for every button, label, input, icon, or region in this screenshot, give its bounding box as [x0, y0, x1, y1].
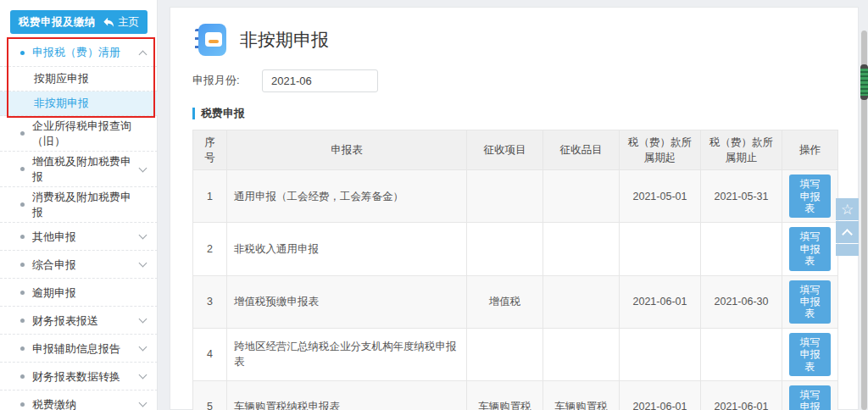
chevron-down-icon — [139, 315, 147, 324]
table-cell-action: 填写申报表 — [782, 328, 838, 380]
table-cell-item: 增值税 — [467, 275, 543, 328]
section-header: 税费申报 — [192, 106, 836, 121]
table-header-cell: 序号 — [193, 130, 227, 170]
sidebar: 税费申报及缴纳 主页 申报税（费）清册按期应申报非按期申报企业所得税申报查询（旧… — [0, 0, 158, 410]
table-cell-item — [467, 223, 543, 275]
table-header-cell: 征收项目 — [467, 130, 543, 170]
table-header-cell: 税（费）款所属期止 — [701, 130, 782, 170]
bullet-icon — [20, 167, 25, 171]
table-cell-end — [701, 223, 782, 275]
table-cell-action: 填写申报表 — [782, 223, 838, 275]
table-header-cell: 申报表 — [227, 130, 467, 170]
bullet-icon — [20, 346, 25, 351]
table-cell-start — [620, 223, 701, 275]
sidebar-item-label: 其他申报 — [32, 230, 76, 245]
month-row: 申报月份: — [192, 69, 836, 92]
sidebar-item-label: 消费税及附加税费申报 — [32, 190, 137, 219]
table-row: 4跨地区经营汇总纳税企业分支机构年度纳税申报表填写申报表 — [193, 328, 838, 380]
table-cell-no: 1 — [193, 170, 227, 223]
sidebar-item[interactable]: 消费税及附加税费申报 — [0, 187, 158, 223]
table-cell-item — [467, 328, 543, 380]
chevron-down-icon — [139, 163, 147, 172]
table-row: 2非税收入通用申报填写申报表 — [193, 223, 838, 275]
table-cell-end: 2021-06-01 — [701, 380, 782, 410]
chevron-down-icon — [139, 371, 147, 380]
star-icon: ☆ — [841, 202, 854, 217]
sidebar-item[interactable]: 申报税（费）清册 — [0, 39, 158, 67]
sidebar-item[interactable]: 逾期申报 — [0, 279, 158, 307]
chevron-down-icon — [139, 399, 147, 407]
table-cell-sub: 车辆购置税 — [543, 380, 620, 410]
sidebar-item[interactable]: 财务报表报送 — [0, 307, 158, 335]
table-head: 序号申报表征收项目征收品目税（费）款所属期起税（费）款所属期止操作 — [193, 130, 838, 170]
sidebar-item[interactable]: 企业所得税申报查询（旧） — [0, 116, 158, 152]
declaration-table: 序号申报表征收项目征收品目税（费）款所属期起税（费）款所属期止操作 1通用申报（… — [192, 130, 838, 410]
bullet-icon — [20, 402, 25, 407]
table-cell-start: 2021-06-01 — [620, 275, 701, 328]
title-row: 非按期申报 — [192, 19, 836, 60]
table-cell-sub — [543, 170, 620, 223]
sidebar-item[interactable]: 其他申报 — [0, 223, 158, 251]
bullet-icon — [20, 51, 25, 55]
section-title: 税费申报 — [201, 106, 245, 121]
scrollbar-thumb[interactable] — [860, 64, 868, 100]
table-header-cell: 征收品目 — [543, 130, 620, 170]
sidebar-item[interactable]: 非按期申报 — [0, 91, 158, 116]
table-header-row: 序号申报表征收项目征收品目税（费）款所属期起税（费）款所属期止操作 — [193, 130, 838, 170]
table-cell-start: 2021-06-01 — [620, 380, 701, 410]
table-row: 5车辆购置税纳税申报表车辆购置税车辆购置税2021-06-012021-06-0… — [193, 380, 838, 410]
sidebar-item-label: 税费缴纳 — [32, 397, 76, 410]
collapse-button[interactable] — [836, 221, 859, 243]
sidebar-item[interactable]: 综合申报 — [0, 251, 158, 279]
bullet-icon — [20, 319, 25, 323]
bullet-icon — [20, 374, 25, 379]
table-cell-form: 非税收入通用申报 — [227, 223, 467, 275]
sidebar-item[interactable]: 按期应申报 — [0, 67, 158, 91]
fill-form-button[interactable]: 填写申报表 — [789, 175, 831, 218]
sidebar-item-label: 增值税及附加税费申报 — [32, 154, 137, 184]
sidebar-item[interactable]: 增值税及附加税费申报 — [0, 152, 158, 187]
month-input[interactable] — [262, 69, 378, 92]
sidebar-item[interactable]: 财务报表数据转换 — [0, 363, 158, 391]
bullet-icon — [20, 291, 25, 295]
bullet-icon — [20, 202, 25, 207]
table-cell-item — [467, 170, 543, 223]
fill-form-button[interactable]: 填写申报表 — [789, 280, 831, 324]
sidebar-item-label: 申报辅助信息报告 — [32, 341, 120, 357]
sidebar-item[interactable]: 税费缴纳 — [0, 391, 158, 410]
table-row: 3增值税预缴申报表增值税2021-06-012021-06-30填写申报表 — [193, 275, 838, 328]
home-link[interactable]: 主页 — [103, 15, 139, 30]
sidebar-header-title: 税费申报及缴纳 — [19, 15, 96, 30]
table-cell-form: 增值税预缴申报表 — [227, 275, 467, 328]
table-cell-form: 通用申报（工会经费，工会筹备金） — [227, 170, 467, 223]
sidebar-item[interactable]: 申报辅助信息报告 — [0, 335, 158, 363]
chevron-up-icon — [139, 50, 147, 58]
table-cell-sub — [543, 275, 620, 328]
table-body: 1通用申报（工会经费，工会筹备金）2021-05-012021-05-31填写申… — [193, 170, 838, 410]
table-cell-end: 2021-05-31 — [701, 170, 782, 223]
sidebar-item-label: 申报税（费）清册 — [32, 45, 120, 60]
sidebar-item-label: 综合申报 — [32, 258, 76, 273]
table-cell-end: 2021-06-30 — [701, 275, 782, 328]
table-cell-action: 填写申报表 — [782, 380, 838, 410]
fill-form-button[interactable]: 填写申报表 — [789, 227, 831, 270]
table-cell-action: 填写申报表 — [782, 170, 838, 223]
table-cell-action: 填写申报表 — [782, 275, 838, 328]
favorite-button[interactable]: ☆ — [836, 198, 859, 220]
chevron-down-icon — [139, 343, 147, 352]
declaration-form-icon — [192, 22, 228, 58]
table-header-cell: 操作 — [782, 130, 838, 170]
sidebar-item-label: 财务报表报送 — [32, 313, 98, 329]
fill-form-button[interactable]: 填写申报表 — [789, 333, 831, 376]
fill-form-button[interactable]: 填写申报表 — [789, 385, 831, 410]
page-title: 非按期申报 — [240, 28, 329, 52]
table-cell-no: 2 — [193, 223, 227, 275]
sidebar-item-label: 企业所得税申报查询（旧） — [32, 119, 137, 148]
table-cell-form: 车辆购置税纳税申报表 — [227, 380, 467, 410]
table-cell-start: 2021-05-01 — [620, 170, 701, 223]
floating-widget: ☆ — [836, 198, 859, 256]
month-label: 申报月份: — [192, 73, 242, 88]
table-cell-no: 4 — [193, 328, 227, 380]
reply-arrow-icon — [103, 17, 114, 28]
widget-tail — [836, 244, 859, 256]
